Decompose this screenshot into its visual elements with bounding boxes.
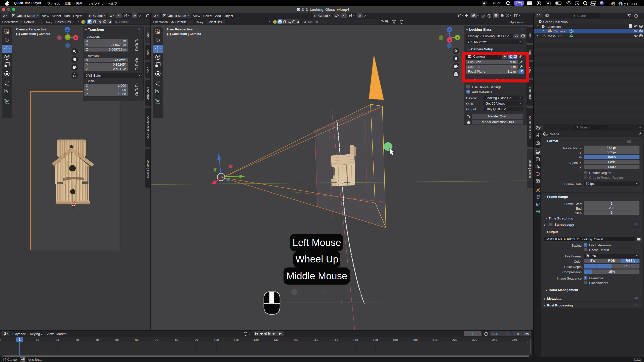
svg-text:A: A: [547, 2, 549, 5]
svg-text:X: X: [75, 37, 77, 39]
svg-text:X: X: [449, 39, 451, 42]
svg-text:Z: Z: [449, 29, 450, 31]
svg-text:Y: Y: [457, 36, 458, 39]
svg-text:Z: Z: [66, 28, 68, 31]
